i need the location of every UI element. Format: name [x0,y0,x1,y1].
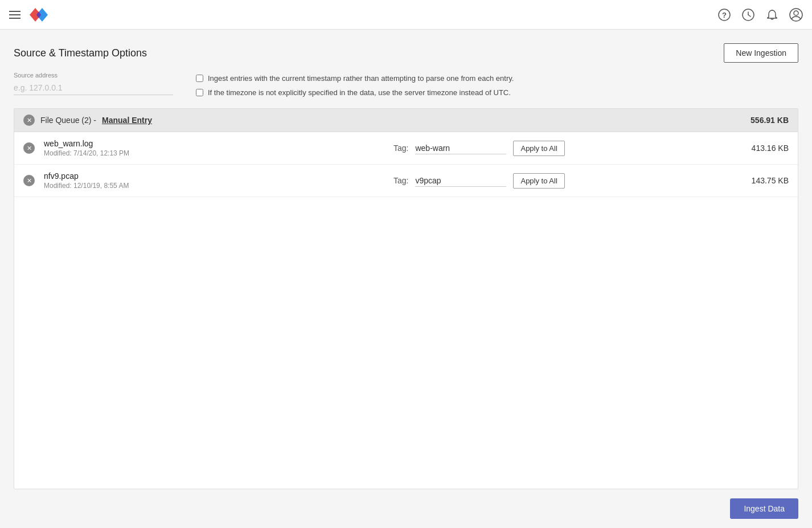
new-ingestion-button[interactable]: New Ingestion [724,43,798,63]
page-title: Source & Timestamp Options [14,47,147,59]
file-queue-container: File Queue (2) - Manual Entry 556.91 KB … [14,108,798,489]
help-icon[interactable]: ? [717,8,731,22]
timezone-checkbox-label: If the timezone is not explicitly specif… [208,88,511,97]
main-content: Source & Timestamp Options New Ingestion… [0,30,812,528]
file-item-1: web_warn.log Modified: 7/14/20, 12:13 PM… [14,132,798,165]
source-address-group: Source address [14,72,173,95]
file-item-2-modified: Modified: 12/10/19, 8:55 AM [44,182,384,190]
file-queue-header: File Queue (2) - Manual Entry 556.91 KB [14,109,798,132]
file-item-2-tag-label: Tag: [393,176,408,185]
file-queue-title: File Queue (2) - [40,116,96,125]
file-item-1-size: 413.16 KB [743,144,789,153]
navbar: ? [0,0,812,30]
file-item-2-apply-button[interactable]: Apply to All [513,173,564,189]
manual-entry-link[interactable]: Manual Entry [102,116,152,125]
file-item-1-remove-icon[interactable] [23,142,35,154]
source-address-label: Source address [14,72,173,79]
file-item-1-info: web_warn.log Modified: 7/14/20, 12:13 PM [44,139,384,157]
file-item-1-apply-button[interactable]: Apply to All [513,141,564,156]
svg-text:?: ? [722,11,727,19]
file-item-2: nfv9.pcap Modified: 12/10/19, 8:55 AM Ta… [14,165,798,197]
navbar-right: ? [717,8,803,22]
timezone-checkbox[interactable] [196,89,203,96]
file-item-2-tag-section: Tag: Apply to All [393,173,734,189]
notifications-icon[interactable] [765,8,779,22]
timestamp-checkbox[interactable] [196,75,203,82]
svg-line-7 [748,15,751,17]
file-item-2-name: nfv9.pcap [44,171,384,181]
file-item-1-tag-label: Tag: [393,144,408,153]
user-avatar-icon[interactable] [789,8,803,22]
hamburger-icon[interactable] [9,11,20,19]
file-item-2-remove-icon[interactable] [23,175,35,186]
source-address-input[interactable] [14,81,173,95]
svg-point-10 [794,11,798,15]
file-queue-total-size: 556.91 KB [751,116,789,125]
ingest-data-button[interactable]: Ingest Data [730,498,798,519]
timestamp-checkbox-label: Ingest entries with the current timestam… [208,74,514,83]
options-section: Source address Ingest entries with the c… [14,72,798,97]
checkbox-row-1: Ingest entries with the current timestam… [196,74,514,83]
file-queue-header-left: File Queue (2) - Manual Entry [23,114,152,126]
file-item-1-name: web_warn.log [44,139,384,148]
file-item-1-modified: Modified: 7/14/20, 12:13 PM [44,149,384,157]
checkboxes-group: Ingest entries with the current timestam… [196,72,514,97]
app-logo [30,7,54,23]
bottom-bar: Ingest Data [14,489,798,519]
file-item-2-size: 143.75 KB [743,176,789,185]
file-item-1-tag-input[interactable] [415,142,506,154]
navbar-left [9,7,54,23]
clock-icon[interactable] [741,8,755,22]
file-item-2-info: nfv9.pcap Modified: 12/10/19, 8:55 AM [44,171,384,190]
file-item-2-tag-input[interactable] [415,175,506,187]
checkbox-row-2: If the timezone is not explicitly specif… [196,88,514,97]
file-queue-close-icon[interactable] [23,114,35,126]
page-header: Source & Timestamp Options New Ingestion [14,43,798,63]
file-item-1-tag-section: Tag: Apply to All [393,141,734,156]
